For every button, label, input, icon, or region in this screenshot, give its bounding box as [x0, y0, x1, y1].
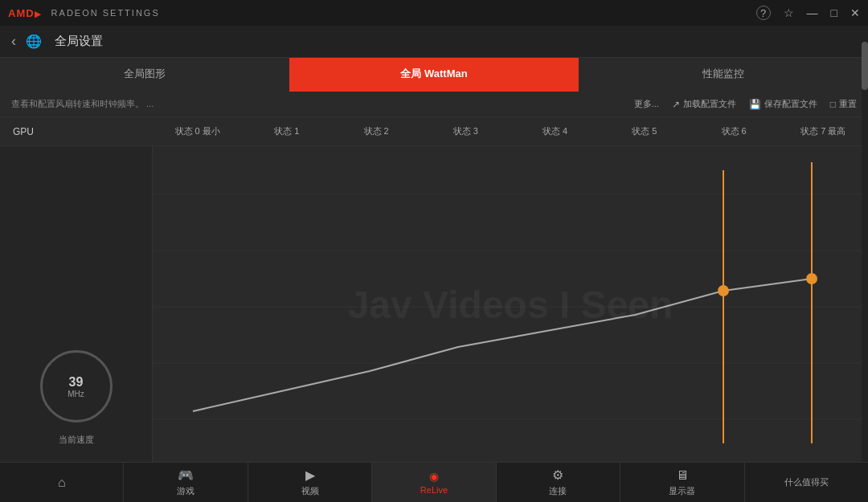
app-title: RADEON SETTINGS: [51, 8, 160, 18]
nav-connect[interactable]: ⚙ 连接: [497, 463, 620, 502]
svg-point-7: [718, 285, 729, 296]
video-label: 视频: [301, 485, 319, 497]
globe-icon: 🌐: [26, 34, 42, 49]
scrollbar-thumb[interactable]: [862, 42, 868, 90]
state-0-header: 状态 0 最小: [153, 125, 242, 137]
left-panel: 39 MHz 当前速度: [0, 146, 153, 462]
games-icon: 🎮: [178, 467, 194, 483]
state-2-header: 状态 2: [332, 125, 421, 137]
toolbar-actions: 更多... ↗ 加载配置文件 💾 保存配置文件 □ 重置: [634, 98, 857, 110]
tab-bar: 全局图形 全局 WattMan 性能监控: [0, 58, 868, 92]
bottom-nav: ⌂ 🎮 游戏 ▶ 视频 ◉ ReLive ⚙ 连接 🖥 显示器 什么值得买: [0, 462, 868, 502]
close-button[interactable]: ✕: [850, 6, 860, 19]
home-icon: ⌂: [58, 475, 66, 490]
nav-games[interactable]: 🎮 游戏: [124, 463, 248, 502]
speed-value: 39: [69, 375, 84, 390]
tab-graphics[interactable]: 全局图形: [0, 58, 289, 92]
nav-relive[interactable]: ◉ ReLive: [372, 463, 496, 502]
nav-video[interactable]: ▶ 视频: [248, 463, 372, 502]
window-controls: ? ☆ — □ ✕: [756, 6, 860, 20]
connect-icon: ⚙: [552, 467, 563, 483]
video-icon: ▶: [305, 467, 315, 483]
more-button[interactable]: 更多...: [634, 98, 659, 110]
svg-point-8: [806, 273, 817, 284]
nav-display[interactable]: 🖥 显示器: [620, 463, 744, 502]
nav-bar: ‹ 🌐 全局设置: [0, 26, 868, 58]
toolbar-description: 查看和配置风扇转速和时钟频率。 ...: [11, 98, 631, 110]
display-label: 显示器: [669, 485, 695, 497]
load-config-button[interactable]: ↗ 加载配置文件: [672, 98, 736, 110]
zhihu-label: 什么值得买: [784, 476, 829, 488]
state-6-header: 状态 6: [690, 125, 779, 137]
back-button[interactable]: ‹: [11, 33, 16, 50]
amd-logo: AMD▶: [8, 7, 42, 19]
upload-icon: ↗: [672, 99, 680, 110]
tab-performance[interactable]: 性能监控: [579, 58, 868, 92]
connect-label: 连接: [549, 485, 567, 497]
state-3-header: 状态 3: [421, 125, 510, 137]
states-headers: 状态 0 最小 状态 1 状态 2 状态 3 状态 4 状态 5 状态 6 状态…: [153, 125, 868, 137]
help-button[interactable]: ?: [756, 6, 771, 20]
relive-icon: ◉: [429, 470, 439, 483]
title-bar: AMD▶ RADEON SETTINGS ? ☆ — □ ✕: [0, 0, 868, 26]
main-content: 39 MHz 当前速度 Jav Videos I Seen: [0, 146, 868, 462]
speed-circle: 39 MHz: [40, 350, 113, 422]
gpu-column-header: GPU: [0, 126, 153, 137]
reset-button[interactable]: □ 重置: [830, 98, 857, 110]
games-label: 游戏: [177, 485, 194, 497]
chart-area: Jav Videos I Seen: [153, 146, 868, 462]
reset-icon: □: [830, 99, 836, 110]
chart-svg: [153, 146, 868, 462]
state-4-header: 状态 4: [510, 125, 600, 137]
nav-home[interactable]: ⌂: [0, 463, 124, 502]
state-5-header: 状态 5: [600, 125, 689, 137]
state-1-header: 状态 1: [242, 125, 331, 137]
toolbar: 查看和配置风扇转速和时钟频率。 ... 更多... ↗ 加载配置文件 💾 保存配…: [0, 92, 868, 117]
tab-wattman[interactable]: 全局 WattMan: [289, 58, 579, 92]
star-button[interactable]: ☆: [784, 6, 794, 19]
speed-label: 当前速度: [59, 434, 94, 446]
minimize-button[interactable]: —: [807, 6, 818, 19]
state-7-header: 状态 7 最高: [779, 125, 868, 137]
save-icon: 💾: [749, 99, 761, 110]
nav-zhihu[interactable]: 什么值得买: [745, 463, 868, 502]
page-title: 全局设置: [55, 34, 103, 49]
save-config-button[interactable]: 💾 保存配置文件: [749, 98, 817, 110]
relive-label: ReLive: [420, 485, 448, 495]
speed-unit: MHz: [68, 390, 84, 398]
maximize-button[interactable]: □: [831, 6, 837, 19]
display-icon: 🖥: [676, 468, 689, 483]
scrollbar[interactable]: [862, 26, 868, 462]
column-headers: GPU 状态 0 最小 状态 1 状态 2 状态 3 状态 4 状态 5 状态 …: [0, 117, 868, 146]
